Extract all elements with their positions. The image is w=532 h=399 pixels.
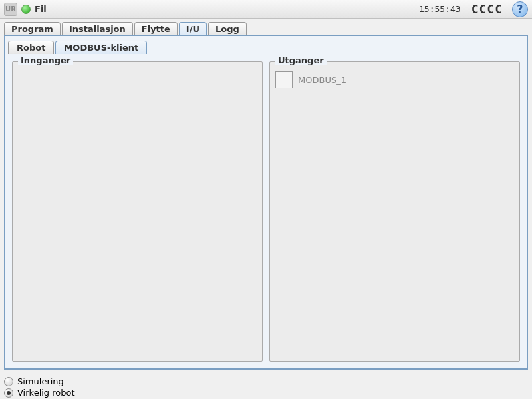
tab-program[interactable]: Program: [4, 22, 61, 35]
tab-logg[interactable]: Logg: [208, 22, 247, 35]
main-panel: Robot MODBUS-klient Innganger Utganger M…: [4, 35, 528, 370]
output-row: MODBUS_1: [275, 71, 514, 88]
radio-simulation[interactable]: Simulering: [4, 376, 75, 386]
radio-label-simulation: Simulering: [17, 376, 64, 386]
tab-installasjon[interactable]: Installasjon: [62, 22, 133, 35]
clock: 15:55:43: [419, 4, 461, 14]
outputs-fieldset: Utganger MODBUS_1: [269, 61, 520, 362]
help-button[interactable]: ?: [512, 1, 528, 17]
tab-iu[interactable]: I/U: [179, 22, 207, 35]
radio-real-robot[interactable]: Virkelig robot: [4, 388, 75, 398]
io-content: Innganger Utganger MODBUS_1: [5, 53, 527, 368]
inputs-fieldset: Innganger: [12, 61, 263, 362]
radio-icon: [4, 388, 13, 398]
subtab-robot[interactable]: Robot: [8, 41, 54, 54]
outputs-legend: Utganger: [275, 55, 327, 65]
subtab-modbus-klient[interactable]: MODBUS-klient: [55, 41, 147, 54]
radio-label-real-robot: Virkelig robot: [17, 388, 75, 398]
tab-flytte[interactable]: Flytte: [134, 22, 178, 35]
menu-file[interactable]: Fil: [35, 4, 47, 14]
titlebar: UR Fil 15:55:43 CCCC ?: [0, 0, 532, 19]
radio-icon: [4, 377, 13, 386]
status-dot-icon: [21, 5, 31, 14]
output-checkbox-modbus-1[interactable]: [275, 71, 293, 88]
main-tabstrip: Program Installasjon Flytte I/U Logg: [0, 19, 532, 35]
output-label: MODBUS_1: [298, 75, 346, 85]
mode-footer: Simulering Virkelig robot: [4, 376, 75, 398]
sub-tabstrip: Robot MODBUS-klient: [5, 36, 527, 53]
brand-label: CCCC: [471, 2, 503, 16]
ur-logo: UR: [4, 3, 17, 16]
inputs-legend: Innganger: [18, 55, 73, 65]
